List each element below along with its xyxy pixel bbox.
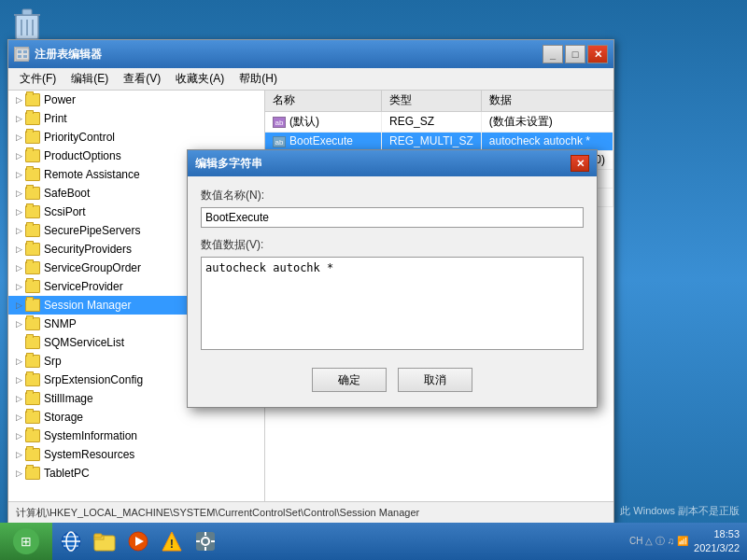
expand-arrow: ▷: [12, 112, 25, 125]
reg-sz-icon: ab: [273, 117, 286, 128]
taskbar-app-warning[interactable]: !: [157, 526, 187, 556]
folder-icon: [25, 373, 40, 386]
folder-icon: [25, 187, 40, 200]
folder-icon: [25, 280, 40, 293]
folder-icon: [25, 131, 40, 144]
expand-arrow: ▷: [12, 355, 25, 368]
expand-arrow: ▷: [12, 411, 25, 424]
maximize-button[interactable]: □: [565, 45, 585, 63]
folder-icon: [25, 448, 40, 461]
table-row[interactable]: ab(默认) REG_SZ (数值未设置): [265, 111, 613, 132]
folder-icon: [25, 429, 40, 442]
folder-icon: [25, 355, 40, 368]
folder-icon: [25, 149, 40, 162]
folder-icon: [25, 317, 40, 330]
expand-arrow: ▷: [12, 187, 25, 200]
taskbar-apps: !: [52, 526, 622, 556]
svg-rect-6: [16, 49, 29, 60]
menu-view[interactable]: 查看(V): [116, 69, 168, 89]
taskbar-app-media[interactable]: [123, 526, 153, 556]
row-type: REG_SZ: [382, 111, 482, 132]
tree-item-print[interactable]: ▷ Print: [8, 109, 264, 128]
dialog-title-bar: 编辑多字符串 ✕: [188, 150, 597, 176]
expand-arrow: ▷: [12, 243, 25, 256]
svg-text:!: !: [170, 537, 174, 551]
tree-item-power[interactable]: ▷ Power: [8, 91, 264, 109]
tree-item-priority-control[interactable]: ▷ PriorityControl: [8, 128, 264, 147]
folder-icon: [25, 112, 40, 125]
folder-icon: [25, 168, 40, 181]
desktop: 回收站 注册表编辑器 _ □ ✕ 文件(F): [0, 0, 747, 560]
close-button[interactable]: ✕: [587, 45, 608, 63]
value-name-input[interactable]: [201, 207, 584, 228]
table-row[interactable]: abBootExecute REG_MULTI_SZ autocheck aut…: [265, 132, 613, 150]
tree-item-system-information[interactable]: ▷ SystemInformation: [8, 427, 264, 445]
cancel-button[interactable]: 取消: [398, 368, 472, 392]
start-button[interactable]: ⊞: [0, 523, 52, 560]
folder-icon: [25, 392, 40, 405]
expand-arrow: ▷: [12, 317, 25, 330]
tray-text: CH △ ⓘ ♫ 📶: [629, 535, 688, 548]
svg-rect-2: [22, 9, 32, 15]
value-name-label: 数值名称(N):: [201, 188, 584, 203]
col-type-header: 类型: [382, 91, 482, 111]
folder-icon: [25, 467, 40, 480]
ok-button[interactable]: 确定: [312, 368, 387, 392]
svg-text:⊞: ⊞: [21, 534, 32, 549]
expand-arrow: ▷: [12, 467, 25, 480]
col-data-header: 数据: [481, 91, 613, 111]
folder-icon: [25, 205, 40, 218]
expand-arrow: ▷: [12, 224, 25, 237]
expand-arrow: ▷: [12, 392, 25, 405]
menu-file[interactable]: 文件(F): [12, 69, 63, 89]
row-data: autocheck autochk *: [481, 132, 613, 150]
clock-time: 18:53: [694, 527, 740, 541]
row-name: abBootExecute: [265, 132, 382, 150]
sys-tray: CH △ ⓘ ♫ 📶: [629, 535, 688, 548]
folder-icon: [25, 336, 40, 349]
col-name-header: 名称: [265, 91, 382, 111]
value-data-label: 数值数据(V):: [201, 237, 584, 253]
windows-watermark: 此 Windows 副本不是正版: [620, 504, 740, 518]
tree-item-system-resources[interactable]: ▷ SystemResources: [8, 445, 264, 464]
minimize-button[interactable]: _: [543, 45, 563, 63]
edit-dialog: 编辑多字符串 ✕ 数值名称(N): 数值数据(V): autocheck aut…: [187, 149, 598, 408]
dialog-buttons: 确定 取消: [201, 362, 584, 396]
window-title: 注册表编辑器: [35, 47, 543, 63]
taskbar-right: CH △ ⓘ ♫ 📶 18:53 2021/3/22: [622, 527, 747, 556]
tree-item-tabletpc[interactable]: ▷ TabletPC: [8, 464, 264, 483]
taskbar-app-settings[interactable]: [190, 526, 220, 556]
expand-arrow: ▷: [12, 168, 25, 181]
app-icon: [14, 47, 29, 62]
svg-rect-8: [23, 50, 27, 53]
expand-arrow: ▷: [12, 205, 25, 218]
tree-item-storage[interactable]: ▷ Storage: [8, 408, 264, 427]
expand-arrow: ▷: [12, 131, 25, 144]
dialog-close-button[interactable]: ✕: [571, 155, 589, 172]
row-type: REG_MULTI_SZ: [382, 132, 482, 150]
clock-date: 2021/3/22: [694, 541, 740, 555]
value-data-textarea[interactable]: autocheck autochk *: [201, 257, 584, 350]
folder-icon: [25, 93, 40, 106]
taskbar-app-folder[interactable]: [90, 526, 120, 556]
status-bar: 计算机\HKEY_LOCAL_MACHINE\SYSTEM\CurrentCon…: [8, 501, 613, 524]
window-title-bar: 注册表编辑器 _ □ ✕: [8, 40, 613, 68]
menu-edit[interactable]: 编辑(E): [63, 69, 116, 89]
taskbar: ⊞: [0, 523, 747, 560]
expand-arrow: ▷: [12, 373, 25, 386]
taskbar-app-ie[interactable]: [56, 526, 86, 556]
row-name: ab(默认): [265, 111, 382, 132]
menu-bar: 文件(F) 编辑(E) 查看(V) 收藏夹(A) 帮助(H): [8, 68, 613, 91]
folder-icon: [25, 261, 40, 274]
folder-icon: [25, 224, 40, 237]
svg-rect-10: [23, 55, 27, 58]
expand-arrow: ▷: [12, 299, 25, 312]
expand-arrow: ▷: [12, 448, 25, 461]
expand-arrow: ▷: [12, 280, 25, 293]
menu-help[interactable]: 帮助(H): [232, 69, 285, 89]
expand-arrow: ▷: [12, 149, 25, 162]
expand-arrow: ▷: [12, 93, 25, 106]
status-text: 计算机\HKEY_LOCAL_MACHINE\SYSTEM\CurrentCon…: [16, 506, 419, 520]
svg-rect-20: [94, 534, 102, 538]
menu-favorites[interactable]: 收藏夹(A): [168, 69, 232, 89]
